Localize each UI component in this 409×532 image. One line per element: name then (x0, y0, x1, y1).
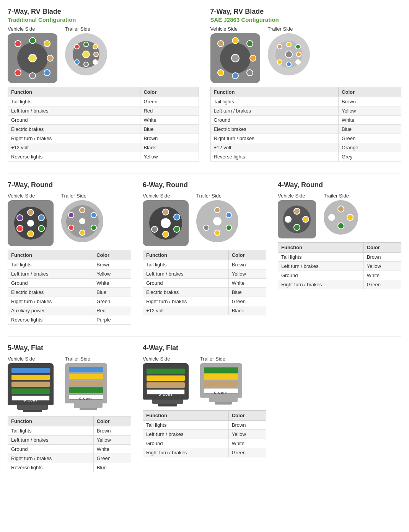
table-4way-flat: FunctionColor Tail lightsBrown Left turn… (143, 410, 266, 457)
section-7way-round: 7-Way, Round Vehicle Side (8, 181, 131, 325)
table-row: Left turn / brakesYellow (278, 262, 401, 271)
section-6way-round: 6-Way, Round Vehicle Side (143, 181, 266, 325)
table-row: Tail lightsBrown (143, 260, 266, 269)
table-row: GroundWhite (8, 445, 131, 454)
table-row: Right turn / brakesGreen (143, 297, 266, 306)
5way-flat-trailer-connector: ⊙ CURT (65, 363, 107, 403)
7way-round-vehicle-connector (8, 200, 54, 246)
7way-rv-sae-vehicle-connector (210, 33, 260, 83)
section-title-5way-flat: 5-Way, Flat (8, 344, 131, 352)
vehicle-side-label: Vehicle Side (8, 26, 35, 32)
table-5way-flat: FunctionColor Tail lightsBrown Left turn… (8, 416, 131, 472)
th-function: Function (8, 87, 140, 97)
table-row: GroundWhite (8, 116, 199, 125)
table-row: GroundWhite (210, 116, 401, 125)
table-row: Tail lightsBrown (278, 253, 401, 262)
section-title-sae: 7-Way, RV Blade (210, 8, 402, 16)
section-title-6way-round: 6-Way, Round (143, 181, 266, 189)
6way-round-trailer-connector (196, 200, 238, 242)
table-row: GroundWhite (143, 439, 266, 448)
table-row: Electric brakesBlue (8, 288, 131, 297)
section-4way-round: 4-Way, Round Vehicle Side Trailer Side (278, 181, 401, 325)
4way-flat-vehicle-connector: ⊙ CURT (143, 363, 189, 400)
6way-round-vehicle-connector (143, 200, 189, 246)
section-7way-rv-traditional: 7-Way, RV Blade Traditional Configuratio… (8, 8, 199, 162)
5way-flat-vehicle-connector: ⊙ CURT (8, 363, 54, 405)
table-row: Left turn / brakesRed (8, 106, 199, 116)
table-6way-round: FunctionColor Tail lightsBrown Left turn… (143, 250, 266, 315)
table-row: Right turn / brakesGreen (278, 280, 401, 289)
table-row: Tail lightsGreen (8, 97, 199, 106)
table-row: Right turn / brakesGreen (210, 134, 401, 143)
section-title-4way-flat: 4-Way, Flat (143, 344, 266, 352)
table-row: Electric brakesBlue (8, 125, 199, 134)
section-title-7way-round: 7-Way, Round (8, 181, 131, 189)
table-row: +12 voltBlack (143, 306, 266, 315)
7way-rv-trad-vehicle-connector (8, 33, 57, 83)
curt-logo-label-trailer: ⊙ CURT (79, 397, 93, 400)
7way-rv-sae-trailer-connector (268, 33, 310, 75)
section-title-4way-round: 4-Way, Round (278, 181, 401, 189)
table-row: Reverse lightsPurple (8, 315, 131, 325)
section-5way-flat: 5-Way, Flat Vehicle Side ⊙ CURT (8, 344, 131, 472)
table-7way-rv-traditional: Function Color Tail lightsGreen Left tur… (8, 87, 199, 162)
section-subtitle-sae: SAE J2863 Configuration (210, 16, 402, 23)
section-7way-rv-sae: 7-Way, RV Blade SAE J2863 Configuration … (210, 8, 402, 162)
table-4way-round: FunctionColor Tail lightsBrown Left turn… (278, 242, 401, 289)
table-row: Right turn / brakesGreen (8, 297, 131, 306)
table-row: Left turn / brakesYellow (143, 430, 266, 439)
table-row: GroundWhite (8, 279, 131, 288)
table-row: Left turn / brakesYellow (210, 106, 401, 116)
table-row: Reverse lightsGrey (210, 152, 401, 162)
table-row: Left turn / brakesYellow (8, 436, 131, 445)
table-row: Reverse lightsBlue (8, 463, 131, 472)
7way-rv-trad-trailer-connector (65, 33, 107, 75)
table-7way-round: FunctionColor Tail lightsBrown Left turn… (8, 250, 131, 325)
table-7way-rv-sae: Function Color Tail lightsBrown Left tur… (210, 87, 402, 162)
table-row: Tail lightsBrown (8, 426, 131, 436)
table-row: Tail lightsBrown (143, 421, 266, 430)
table-row: Left turn / brakesYellow (8, 269, 131, 279)
section-title-traditional: 7-Way, RV Blade (8, 8, 199, 16)
table-row: Reverse lightsYellow (8, 152, 199, 162)
table-row: GroundWhite (143, 279, 266, 288)
empty-placeholder (278, 344, 401, 472)
table-row: Auxiliary powerRed (8, 306, 131, 315)
table-row: Electric brakesBlue (210, 125, 401, 134)
table-row: Right turn / brakesGreen (8, 454, 131, 463)
table-row: Tail lightsBrown (210, 97, 401, 106)
table-row: Right turn / brakesBrown (8, 134, 199, 143)
curt-logo-label: ⊙ CURT (23, 399, 37, 402)
4way-round-trailer-connector (324, 200, 358, 235)
section-4way-flat: 4-Way, Flat Vehicle Side ⊙ CURT (143, 344, 266, 472)
table-row: Electric brakesBlue (143, 288, 266, 297)
th-color: Color (140, 87, 199, 97)
7way-round-trailer-connector (61, 200, 103, 242)
table-row: Right turn / brakesGreen (143, 448, 266, 457)
table-row: +12 voltBlack (8, 143, 199, 152)
table-row: GroundWhite (278, 271, 401, 280)
4way-round-vehicle-connector (278, 200, 316, 238)
table-row: Tail lightsBrown (8, 260, 131, 269)
trailer-side-label: Trailer Side (65, 26, 90, 32)
section-subtitle-traditional: Traditional Configuration (8, 16, 199, 23)
table-row: Left turn / brakesYellow (143, 269, 266, 279)
table-row: +12 voltOrange (210, 143, 401, 152)
4way-flat-trailer-connector: ⊙ CURT (200, 363, 242, 398)
